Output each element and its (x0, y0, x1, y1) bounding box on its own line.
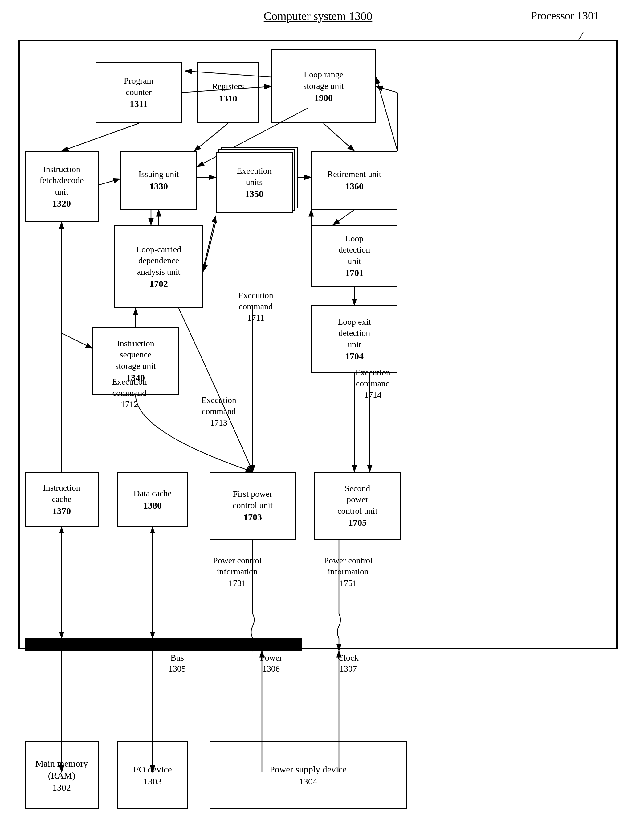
loop-exit-box: Loop exitdetectionunit 1704 (311, 305, 398, 373)
computer-system-title: Computer system 1300 (264, 9, 373, 22)
power-label: Power1306 (247, 652, 296, 675)
loop-detection-box: Loopdetectionunit 1701 (311, 225, 398, 287)
instruction-fetch-box: Instructionfetch/decodeunit 1320 (25, 151, 99, 222)
page: Computer system 1300 Processor 1301 Prog… (0, 0, 636, 840)
data-cache-box: Data cache 1380 (117, 472, 188, 527)
instruction-cache-box: Instructioncache 1370 (25, 472, 99, 527)
exec-cmd-1714-label: Executioncommand1714 (339, 367, 407, 401)
clock-label: Clock1307 (324, 652, 373, 675)
retirement-unit-box: Retirement unit 1360 (311, 151, 398, 210)
loop-carried-box: Loop-carrieddependenceanalysis unit 1702 (114, 225, 203, 308)
second-power-control-box: Secondpowercontrol unit 1705 (314, 472, 401, 540)
issuing-unit-box: Issuing unit 1330 (120, 151, 197, 210)
power-ctrl-1731-label: Power controlinformation1731 (197, 555, 277, 589)
program-counter-box: Programcounter 1311 (96, 62, 182, 123)
registers-box: Registers 1310 (197, 62, 259, 123)
first-power-control-box: First powercontrol unit 1703 (209, 472, 296, 540)
exec-cmd-1712-label: Executioncommand1712 (96, 376, 163, 410)
main-memory-box: Main memory(RAM)1302 (25, 741, 99, 809)
power-supply-box: Power supply device1304 (209, 741, 407, 809)
power-ctrl-1751-label: Power controlinformation1751 (308, 555, 388, 589)
bus-bar (25, 638, 302, 651)
io-device-box: I/O device1303 (117, 741, 188, 809)
execution-units-box1: Executionunits 1350 (216, 152, 293, 213)
bus-label: Bus1305 (154, 652, 200, 675)
exec-cmd-1713-label: Executioncommand1713 (185, 395, 253, 428)
processor-title: Processor 1301 (531, 9, 599, 22)
exec-cmd-1711-label: Executioncommand1711 (222, 290, 290, 324)
loop-range-storage-box: Loop rangestorage unit 1900 (271, 49, 376, 123)
